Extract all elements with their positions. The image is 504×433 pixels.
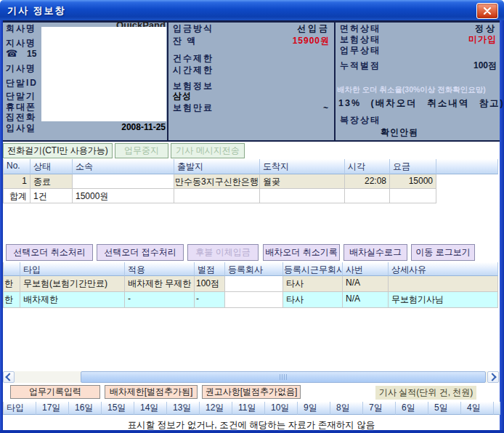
hire-date-value: 2008-11-25 <box>121 122 166 132</box>
work-status-label: 업무상태 <box>340 44 381 57</box>
accept-selected-order-button[interactable]: 선택오더 접수처리 <box>97 244 184 261</box>
company-value-clipped: QuickPand <box>116 20 166 27</box>
col-header-day[interactable]: 12일 <box>200 402 232 415</box>
horizontal-scrollbar[interactable] <box>3 371 500 383</box>
window-border-right <box>500 20 504 433</box>
col-header-day[interactable]: 10일 <box>265 402 298 415</box>
scroll-right-button[interactable] <box>487 371 499 383</box>
order-fare: 15000 <box>390 174 436 189</box>
col-header-affiliation[interactable]: 소속 <box>73 159 174 174</box>
dispatch-mistake-log-button[interactable]: 배차실수로그 <box>344 244 407 261</box>
penalty-apply: 배차제한 무제한 <box>125 276 195 292</box>
deferred-transfer-button[interactable]: 후불 이체입금 <box>187 244 259 261</box>
order-affiliation <box>73 174 174 189</box>
col-header-day[interactable]: 9일 <box>298 402 330 415</box>
col-header-day[interactable]: 17일 <box>36 402 69 415</box>
order-no: 1 <box>3 174 31 189</box>
insurance-status-value: 미가입 <box>468 33 497 46</box>
advisory-button[interactable]: 권고사항[벌점추가없음] <box>202 385 301 399</box>
order-row[interactable]: 1 종료 만수동3지구신한은행 월곶 22:08 15000 <box>3 174 498 189</box>
identity-panel: 회사명 QuickPand 지사명 ☎ 15 기사명 단말ID 단말기 휴대폰 … <box>3 23 167 140</box>
stop-work-button[interactable]: 업무중지 <box>115 143 168 158</box>
col-header-blank[interactable] <box>3 262 20 276</box>
col-header-day[interactable]: 4일 <box>461 402 494 415</box>
driver-performance-label: 기사 실적(단위 건, 천원) <box>375 386 476 400</box>
scroll-left-button[interactable] <box>3 371 15 383</box>
col-header-emp-no[interactable]: 사번 <box>343 262 389 276</box>
phone-value: 15 <box>27 49 36 59</box>
col-header-no[interactable]: No. <box>3 159 31 174</box>
order-origin: 만수동3지구신한은행 <box>174 174 260 189</box>
send-message-button[interactable]: 기사 메시지전송 <box>171 143 245 158</box>
dress-status-value: 확인안됨 <box>381 126 418 139</box>
col-header-type[interactable]: 타입 <box>3 402 36 415</box>
button-label: 업무기록입력 <box>29 386 81 398</box>
total-label: 합계 <box>3 189 31 203</box>
button-label: 이동 로그보기 <box>415 246 470 259</box>
penalty-row[interactable]: 한 배차제한 - - 타사 N/A 무보험기사님 <box>3 292 498 308</box>
button-label: 배차실수로그 <box>349 246 402 259</box>
penalty-points-label: 누적벌점 <box>340 60 381 72</box>
payment-insurance-panel: 입금방식 선입금 잔 액 15900원 건수제한 시간제한 보험정보 삼성 보험… <box>168 23 334 140</box>
penalty-row[interactable]: 한 무보험(보험기간만료) 배차제한 무제한 100점 타사 N/A <box>3 276 498 292</box>
col-header-reg-company[interactable]: 등록회사 <box>225 262 283 276</box>
scrollbar-thumb[interactable] <box>81 371 486 383</box>
button-label: 후불 이체입금 <box>195 246 250 259</box>
order-status: 종료 <box>31 174 73 189</box>
penalty-points-value: 100점 <box>473 60 497 72</box>
penalty-points: 100점 <box>195 276 225 292</box>
col-header-destination[interactable]: 도착지 <box>260 159 345 174</box>
col-header-day[interactable]: 5일 <box>428 402 461 415</box>
penalty-detail: 무보험기사님 <box>389 292 498 308</box>
dress-status-label: 복장상태 <box>340 114 381 126</box>
time-limit-label: 시간제한 <box>173 64 214 76</box>
status-panel: 면허상태 정상 보험상태 미가입 업무상태 누적벌점 100점 배차한 오더 취… <box>336 23 500 140</box>
button-label: 전화걸기(CTI만 사용가능) <box>7 145 108 157</box>
col-header-status[interactable]: 상태 <box>31 159 73 174</box>
close-button[interactable] <box>476 3 498 19</box>
col-header-type[interactable]: 타입 <box>20 262 125 276</box>
col-header-day[interactable]: 13일 <box>167 402 200 415</box>
col-header-day[interactable]: 8일 <box>330 402 363 415</box>
cancel-selected-order-button[interactable]: 선택오더 취소처리 <box>6 244 93 261</box>
movement-log-button[interactable]: 이동 로그보기 <box>411 244 475 261</box>
penalty-apply: - <box>125 292 195 308</box>
dispatch-restrict-button[interactable]: 배차제한[벌점추가됨] <box>105 385 198 399</box>
count-limit-label: 건수제한 <box>173 52 214 65</box>
col-header-fare[interactable]: 요금 <box>390 159 436 174</box>
call-cti-button[interactable]: 전화걸기(CTI만 사용가능) <box>3 143 113 158</box>
col-header-day[interactable]: 6일 <box>396 402 428 415</box>
scrollbar-grip-icon <box>280 374 288 380</box>
col-header-reg-work-company[interactable]: 등록시근무회사 <box>283 262 343 276</box>
orders-table: No. 상태 소속 출발지 도착지 시각 요금 1 종료 만수동3지구신한은행 … <box>3 159 498 203</box>
col-header-origin[interactable]: 출발지 <box>174 159 260 174</box>
no-data-message: 표시할 정보가 없거나, 조건에 해당하는 자료가 존재하지 않음 <box>3 419 500 432</box>
button-label: 배차오더 취소기록 <box>265 246 337 259</box>
col-header-detail-reason[interactable]: 상세사유 <box>389 262 498 276</box>
col-header-day[interactable]: 16일 <box>69 402 102 415</box>
col-header-filler <box>494 402 500 415</box>
col-header-day[interactable]: 11일 <box>232 402 265 415</box>
penalty-reg-company <box>225 276 283 292</box>
redacted-area <box>41 27 166 121</box>
cancel-rate-notice: 배차한 오더 취소율(30%이상 전화확인요망) <box>337 85 486 95</box>
col-header-filler <box>436 159 498 174</box>
orders-total-row[interactable]: 합계 1건 15000원 <box>3 189 498 203</box>
penalty-emp-no: N/A <box>343 276 389 292</box>
col-header-time[interactable]: 시각 <box>345 159 390 174</box>
title-bar[interactable]: 기사 정보창 <box>0 0 504 20</box>
button-label: 선택오더 접수처리 <box>104 246 176 259</box>
col-header-day[interactable]: 7일 <box>363 402 396 415</box>
col-header-penalty[interactable]: 벌점 <box>195 262 225 276</box>
col-header-day[interactable]: 15일 <box>102 402 134 415</box>
clipped-cell: 한 <box>3 276 20 292</box>
empty-cell <box>390 189 436 203</box>
window-title: 기사 정보창 <box>7 4 66 17</box>
work-record-input-button[interactable]: 업무기록입력 <box>10 385 100 399</box>
insurance-expiry-value: ~ <box>323 103 328 113</box>
daily-table-header: 타입 17일 16일 15일 14일 13일 12일 11일 10일 9일 8일… <box>3 402 500 415</box>
dispatch-cancel-log-button[interactable]: 배차오더 취소기록 <box>263 244 340 261</box>
col-header-apply[interactable]: 적용 <box>125 262 195 276</box>
penalty-table-header: 타입 적용 벌점 등록회사 등록시근무회사 사번 상세사유 <box>3 262 498 276</box>
col-header-day[interactable]: 14일 <box>134 402 167 415</box>
